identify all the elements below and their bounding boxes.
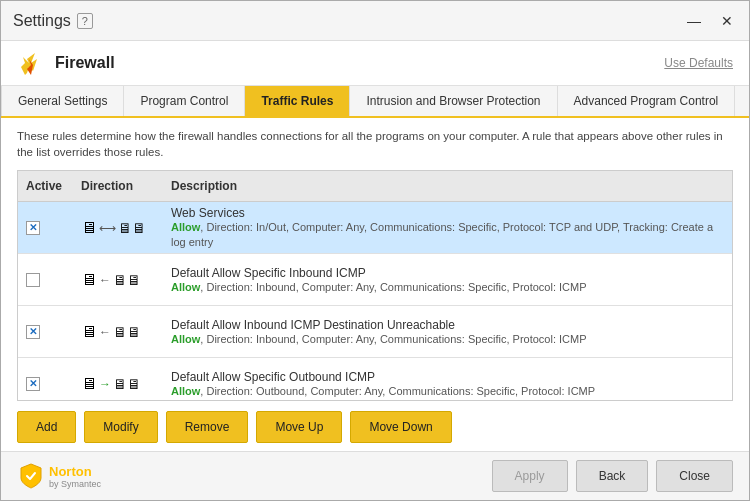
main-content: These rules determine how the firewall h…	[1, 118, 749, 451]
direction-cell-4: 🖥 → 🖥🖥	[73, 371, 163, 397]
desc-cell-1: Web Services AllowAllow, Direction: In/O…	[163, 202, 732, 253]
computer-left-icon: 🖥	[81, 323, 97, 341]
table-row[interactable]: 🖥 → 🖥🖥 Default Allow Specific Outbound I…	[18, 358, 732, 400]
desc-cell-3: Default Allow Inbound ICMP Destination U…	[163, 314, 732, 350]
tab-advanced[interactable]: Advanced Program Control	[558, 86, 736, 116]
arrow-in-icon: ←	[99, 325, 111, 339]
col-active: Active	[18, 175, 73, 197]
direction-cell-1: 🖥 ⟷ 🖥🖥	[73, 215, 163, 241]
rule-detail-1: AllowAllow, Direction: In/Out, Computer:…	[171, 220, 724, 249]
table-row[interactable]: 🖥 ⟷ 🖥🖥 Web Services AllowAllow, Directio…	[18, 202, 732, 254]
table-body: 🖥 ⟷ 🖥🖥 Web Services AllowAllow, Directio…	[18, 202, 732, 400]
arrow-in-icon: ←	[99, 273, 111, 287]
active-cell	[18, 321, 73, 343]
close-footer-button[interactable]: Close	[656, 460, 733, 492]
description-text: These rules determine how the firewall h…	[17, 128, 733, 160]
rule-title-4: Default Allow Specific Outbound ICMP	[171, 370, 724, 384]
tab-intrusion[interactable]: Intrusion and Browser Protection	[350, 86, 557, 116]
desc-cell-4: Default Allow Specific Outbound ICMP All…	[163, 366, 732, 400]
tabs-bar: General Settings Program Control Traffic…	[1, 86, 749, 118]
norton-brand-text: Norton by Symantec	[49, 464, 101, 489]
col-description: Description	[163, 175, 732, 197]
computers-right-icon: 🖥🖥	[113, 376, 141, 392]
close-button[interactable]: ✕	[717, 11, 737, 31]
desc-cell-2: Default Allow Specific Inbound ICMP Allo…	[163, 262, 732, 298]
header-area: Firewall Use Defaults	[1, 41, 749, 86]
modify-button[interactable]: Modify	[84, 411, 157, 443]
active-checkbox-1[interactable]	[26, 221, 40, 235]
window-title: Settings	[13, 12, 71, 30]
brand-name: Firewall	[55, 54, 115, 72]
tab-traffic[interactable]: Traffic Rules	[245, 86, 350, 116]
active-cell	[18, 373, 73, 395]
col-direction: Direction	[73, 175, 163, 197]
title-bar-controls: — ✕	[683, 11, 737, 31]
computers-right-icon: 🖥🖥	[113, 272, 141, 288]
arrow-inout-icon: ⟷	[99, 221, 116, 235]
footer-buttons: Apply Back Close	[492, 460, 733, 492]
arrow-out-icon: →	[99, 377, 111, 391]
settings-window: Settings ? — ✕ Firewall Use Defaults Gen…	[0, 0, 750, 501]
active-cell	[18, 217, 73, 239]
rule-title-3: Default Allow Inbound ICMP Destination U…	[171, 318, 724, 332]
norton-sub: by Symantec	[49, 479, 101, 489]
help-button[interactable]: ?	[77, 13, 93, 29]
table-header: Active Direction Description	[18, 171, 732, 202]
apply-button[interactable]: Apply	[492, 460, 568, 492]
brand-area: Firewall	[17, 49, 115, 77]
title-bar-left: Settings ?	[13, 12, 93, 30]
table-row[interactable]: 🖥 ← 🖥🖥 Default Allow Inbound ICMP Destin…	[18, 306, 732, 358]
active-checkbox-3[interactable]	[26, 325, 40, 339]
use-defaults-link[interactable]: Use Defaults	[664, 56, 733, 70]
rule-title-1: Web Services	[171, 206, 724, 220]
rule-detail-2: Allow, Direction: Inbound, Computer: Any…	[171, 280, 724, 294]
computer-left-icon: 🖥	[81, 271, 97, 289]
rule-title-2: Default Allow Specific Inbound ICMP	[171, 266, 724, 280]
tab-general[interactable]: General Settings	[1, 86, 124, 116]
computers-right-icon: 🖥🖥	[113, 324, 141, 340]
add-button[interactable]: Add	[17, 411, 76, 443]
flame-icon	[17, 49, 45, 77]
tab-program[interactable]: Program Control	[124, 86, 245, 116]
computer-left-icon: 🖥	[81, 219, 97, 237]
active-checkbox-2[interactable]	[26, 273, 40, 287]
active-checkbox-4[interactable]	[26, 377, 40, 391]
title-bar: Settings ? — ✕	[1, 1, 749, 41]
norton-shield-icon	[17, 462, 45, 490]
computers-right-icon: 🖥🖥	[118, 220, 146, 236]
norton-logo: Norton by Symantec	[17, 462, 101, 490]
direction-cell-3: 🖥 ← 🖥🖥	[73, 319, 163, 345]
rule-detail-3: Allow, Direction: Inbound, Computer: Any…	[171, 332, 724, 346]
back-button[interactable]: Back	[576, 460, 649, 492]
remove-button[interactable]: Remove	[166, 411, 249, 443]
active-cell	[18, 269, 73, 291]
table-row[interactable]: 🖥 ← 🖥🖥 Default Allow Specific Inbound IC…	[18, 254, 732, 306]
action-buttons: Add Modify Remove Move Up Move Down	[17, 411, 733, 443]
rules-table: Active Direction Description 🖥 ⟷ 🖥🖥	[17, 170, 733, 401]
norton-name: Norton	[49, 464, 101, 479]
move-up-button[interactable]: Move Up	[256, 411, 342, 443]
table-body-wrapper: 🖥 ⟷ 🖥🖥 Web Services AllowAllow, Directio…	[18, 202, 732, 400]
footer: Norton by Symantec Apply Back Close	[1, 451, 749, 500]
rule-detail-4: Allow, Direction: Outbound, Computer: An…	[171, 384, 724, 398]
move-down-button[interactable]: Move Down	[350, 411, 451, 443]
computer-left-icon: 🖥	[81, 375, 97, 393]
direction-cell-2: 🖥 ← 🖥🖥	[73, 267, 163, 293]
minimize-button[interactable]: —	[683, 11, 705, 31]
